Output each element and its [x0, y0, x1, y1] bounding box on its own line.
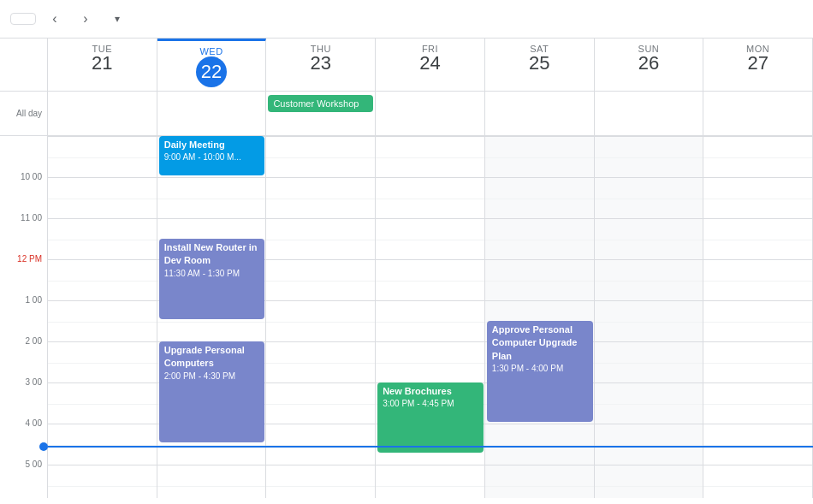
hour-cell-5-day26[interactable]: [595, 465, 704, 498]
half-hour-line-11-day24: [376, 240, 484, 240]
allday-cell-21: [48, 92, 157, 135]
hour-cell-10-day21[interactable]: [48, 177, 157, 218]
hour-cell-5-day22[interactable]: [157, 465, 267, 498]
toolbar: ‹ › ▾: [0, 0, 813, 39]
hour-cell-10-day26[interactable]: [595, 177, 704, 218]
event-install-router[interactable]: Install New Router in Dev Room 11:30 AM …: [159, 239, 265, 319]
time-grid-scroll[interactable]: 10 0011 0012 PM1 002 003 004 005 00 Dail…: [0, 136, 813, 498]
hour-cell-9-day27[interactable]: [703, 136, 813, 177]
event-upgrade-computers[interactable]: Upgrade Personal Computers 2:00 PM - 4:3…: [159, 341, 265, 442]
hour-cell-3-day23[interactable]: [266, 382, 376, 424]
half-hour-line-9-day25: [485, 157, 594, 158]
hour-cell-5-day24[interactable]: [376, 465, 485, 498]
day-num-26[interactable]: 26: [638, 54, 659, 73]
day-headers-row: Tue 21 Wed 22 Thu 23 Fri 24 Sat 25 Sun 2…: [0, 39, 813, 92]
half-hour-line-4-day23: [266, 445, 375, 446]
half-hour-line-10-day24: [376, 199, 484, 199]
hour-cell-4-day21[interactable]: [48, 424, 157, 465]
hour-cell-12-day25[interactable]: [485, 259, 595, 300]
half-hour-line-3-day27: [703, 404, 812, 405]
hour-cell-11-day24[interactable]: [376, 218, 485, 259]
hour-cell-2-day24[interactable]: [376, 341, 485, 382]
time-text-4: 4 00: [26, 418, 42, 428]
hour-cell-12-day26[interactable]: [595, 259, 704, 300]
hour-cell-5-day23[interactable]: [266, 465, 376, 498]
event-new-brochures[interactable]: New Brochures 3:00 PM - 4:45 PM: [377, 382, 484, 453]
event-time-daily-meeting: 9:00 AM - 10:00 M...: [164, 151, 260, 163]
half-hour-line-9-day26: [595, 157, 703, 158]
hour-cell-4-day26[interactable]: [595, 424, 704, 465]
hour-cell-9-day25[interactable]: [485, 136, 595, 177]
hour-cell-4-day23[interactable]: [266, 424, 376, 465]
hour-cell-11-day21[interactable]: [48, 218, 157, 259]
hour-cell-11-day25[interactable]: [485, 218, 595, 259]
half-hour-line-9-day21: [48, 157, 157, 158]
day-num-21[interactable]: 21: [92, 54, 112, 73]
hour-cell-5-day25[interactable]: [485, 465, 595, 498]
hour-cell-1-day23[interactable]: [266, 300, 376, 341]
hour-cell-1-day26[interactable]: [595, 300, 704, 341]
day-num-25[interactable]: 25: [529, 54, 549, 73]
allday-cell-24: [376, 92, 485, 135]
hour-cell-2-day27[interactable]: [703, 341, 813, 382]
hour-cell-11-day27[interactable]: [703, 218, 813, 259]
hour-cell-10-day27[interactable]: [703, 177, 813, 218]
hour-cell-1-day21[interactable]: [48, 300, 157, 341]
event-time-install-router: 11:30 AM - 1:30 PM: [164, 268, 260, 280]
hour-cell-9-day24[interactable]: [376, 136, 485, 177]
day-header-24: Fri 24: [376, 39, 485, 91]
event-approve-upgrade[interactable]: Approve Personal Computer Upgrade Plan 1…: [487, 321, 593, 422]
hour-cell-12-day21[interactable]: [48, 259, 157, 300]
hour-cell-2-day26[interactable]: [595, 341, 704, 382]
day-num-24[interactable]: 24: [419, 54, 440, 73]
hour-cell-10-day25[interactable]: [485, 177, 595, 218]
half-hour-line-3-day21: [48, 404, 157, 405]
day-num-27[interactable]: 27: [747, 54, 768, 73]
half-hour-line-5-day22: [157, 486, 266, 487]
hour-cell-9-day26[interactable]: [595, 136, 704, 177]
half-hour-line-1-day23: [266, 322, 375, 323]
hour-cell-3-day27[interactable]: [703, 382, 813, 424]
today-button[interactable]: [10, 13, 36, 25]
date-range-picker[interactable]: ▾: [104, 9, 127, 28]
day-num-23[interactable]: 23: [311, 54, 331, 73]
half-hour-line-2-day24: [376, 363, 484, 364]
hour-cell-10-day22[interactable]: [157, 177, 267, 218]
half-hour-line-12-day27: [703, 281, 812, 282]
hour-cell-4-day25[interactable]: [485, 424, 595, 465]
event-daily-meeting[interactable]: Daily Meeting 9:00 AM - 10:00 M...: [159, 136, 265, 175]
hour-cell-11-day23[interactable]: [266, 218, 376, 259]
hour-cell-12-day27[interactable]: [703, 259, 813, 300]
half-hour-line-10-day22: [157, 199, 266, 199]
time-label-4: 4 00: [0, 424, 48, 465]
day-header-22: Wed 22: [157, 39, 267, 91]
hour-cell-3-day21[interactable]: [48, 382, 157, 424]
hour-cell-9-day21[interactable]: [48, 136, 157, 177]
hour-cell-5-day21[interactable]: [48, 465, 157, 498]
prev-button[interactable]: ‹: [43, 7, 67, 31]
hour-cell-1-day24[interactable]: [376, 300, 485, 341]
allday-cell-26: [595, 92, 704, 135]
half-hour-line-12-day26: [595, 281, 703, 282]
hour-cell-1-day27[interactable]: [703, 300, 813, 341]
allday-event-customer-workshop[interactable]: Customer Workshop: [268, 95, 373, 112]
hour-cell-4-day27[interactable]: [703, 424, 813, 465]
hour-cell-5-day27[interactable]: [703, 465, 813, 498]
hour-cell-3-day26[interactable]: [595, 382, 704, 424]
hour-cell-9-day23[interactable]: [266, 136, 376, 177]
next-button[interactable]: ›: [74, 7, 98, 31]
event-title-install-router: Install New Router in Dev Room: [164, 241, 260, 268]
hour-cell-2-day21[interactable]: [48, 341, 157, 382]
allday-cell-22: [157, 92, 267, 135]
time-label-1: 1 00: [0, 300, 48, 341]
hour-cell-10-day24[interactable]: [376, 177, 485, 218]
hour-cell-12-day23[interactable]: [266, 259, 376, 300]
half-hour-line-2-day23: [266, 363, 375, 364]
hour-cell-12-day24[interactable]: [376, 259, 485, 300]
hour-cell-11-day26[interactable]: [595, 218, 704, 259]
allday-row: All day Customer Workshop: [0, 92, 813, 136]
day-num-22[interactable]: 22: [196, 56, 227, 87]
hour-cell-10-day23[interactable]: [266, 177, 376, 218]
hour-cell-2-day23[interactable]: [266, 341, 376, 382]
half-hour-line-12-day25: [485, 281, 594, 282]
